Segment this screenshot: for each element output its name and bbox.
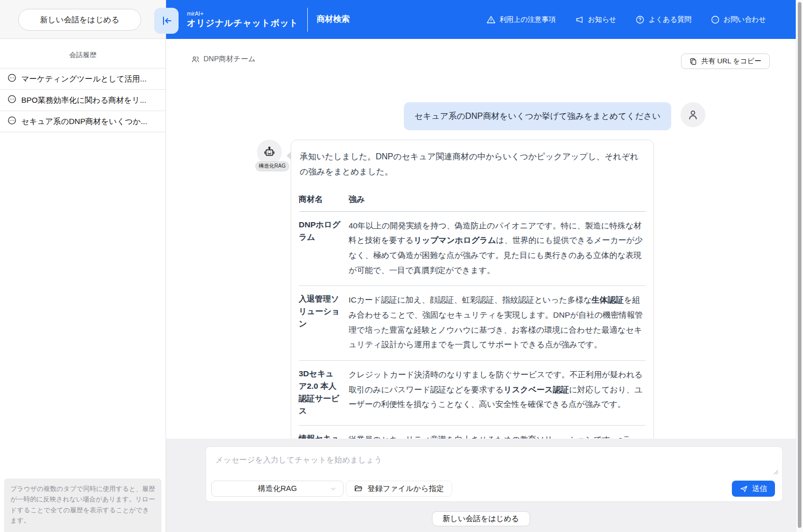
table-header-strength: 強み bbox=[349, 190, 646, 212]
team-row: DNP商材チーム bbox=[191, 54, 255, 64]
nav-item-label: お問い合わせ bbox=[724, 15, 766, 24]
history-list: マーケティングツールとして活用... BPO業務効率化に関わる商材をリ... セ… bbox=[0, 68, 166, 132]
page-scrollbar bbox=[796, 0, 803, 532]
product-strength-cell: クレジットカード決済時のなりすましを防ぐサービスです。不正利用が疑われる取引のみ… bbox=[349, 360, 646, 425]
team-icon bbox=[191, 55, 200, 64]
brand-small-label: mirAI+ bbox=[187, 10, 298, 18]
nav-item-contact[interactable]: お問い合わせ bbox=[711, 15, 766, 24]
history-item-label: セキュア系のDNP商材をいくつか... bbox=[21, 117, 147, 127]
rag-mode-select[interactable]: 構造化RAG bbox=[211, 481, 344, 497]
sidebar-footer-note: ブラウザの複数のタブで同時に使用すると、履歴が一時的に反映されない場合があります… bbox=[4, 479, 161, 532]
new-conversation-button[interactable]: 新しい会話をはじめる bbox=[18, 9, 141, 31]
sidebar-header: 新しい会話をはじめる bbox=[0, 0, 166, 39]
history-item[interactable]: セキュア系のDNP商材をいくつか... bbox=[0, 111, 166, 132]
chat-bubble-icon bbox=[711, 15, 720, 24]
rag-mode-value: 構造化RAG bbox=[258, 484, 297, 494]
user-message-bubble: セキュア系のDNP商材をいくつか挙げて強みをまとめてください bbox=[404, 102, 671, 130]
table-row: DNPホログラム40年以上の開発実績を持つ、偽造防止のパイオニアです。特に、製造… bbox=[299, 211, 646, 286]
composer-area: 構造化RAG 登録ファイルから指定 送信 bbox=[166, 439, 796, 532]
product-name-cell: DNPホログラム bbox=[299, 211, 349, 286]
message-input-container: 構造化RAG 登録ファイルから指定 送信 bbox=[206, 446, 783, 502]
brand-title: オリジナルチャットボット bbox=[187, 18, 298, 29]
nav-item-label: 利用上の注意事項 bbox=[499, 15, 555, 24]
bot-mode-badge: 構造化RAG bbox=[255, 161, 290, 171]
table-row: 3Dセキュア2.0 本人認証サービスクレジットカード決済時のなりすましを防ぐサー… bbox=[299, 360, 646, 425]
sidebar: 新しい会話をはじめる 会話履歴 マーケティングツールとして活用... BPO業務… bbox=[0, 0, 166, 532]
new-conversation-bottom-button[interactable]: 新しい会話をはじめる bbox=[432, 511, 530, 526]
product-strength-cell: 40年以上の開発実績を持つ、偽造防止のパイオニアです。特に、製造に特殊な材料と技… bbox=[349, 211, 646, 286]
user-message-row: セキュア系のDNP商材をいくつか挙げて強みをまとめてください bbox=[257, 102, 705, 130]
message-input[interactable] bbox=[206, 447, 782, 478]
team-label: DNP商材チーム bbox=[203, 54, 255, 64]
section-title: 商材検索 bbox=[317, 14, 350, 25]
brand: mirAI+ オリジナルチャットボット bbox=[187, 10, 298, 29]
app-window: 新しい会話をはじめる 会話履歴 マーケティングツールとして活用... BPO業務… bbox=[0, 0, 803, 532]
app-header: mirAI+ オリジナルチャットボット 商材検索 利用上の注意事項 お知らせ bbox=[166, 0, 796, 39]
collapse-sidebar-button[interactable] bbox=[154, 8, 179, 34]
question-circle-icon bbox=[635, 15, 645, 24]
copy-share-url-button[interactable]: 共有 URL をコピー bbox=[681, 53, 770, 69]
copy-url-label: 共有 URL をコピー bbox=[701, 57, 761, 66]
scrollbar-thumb[interactable] bbox=[798, 2, 801, 528]
nav-item-announcements[interactable]: お知らせ bbox=[575, 15, 617, 24]
product-strength-cell: ICカード認証に加え、顔認証、虹彩認証、指紋認証といった多様な生体認証を組み合わ… bbox=[349, 286, 646, 361]
bot-avatar bbox=[257, 140, 282, 165]
chat-bubble-icon bbox=[7, 116, 17, 127]
composer-controls: 構造化RAG 登録ファイルから指定 送信 bbox=[211, 481, 775, 497]
folder-icon bbox=[354, 484, 363, 493]
table-header-row: 商材名 強み bbox=[299, 190, 646, 212]
product-name-cell: 入退管理ソリューション bbox=[299, 286, 349, 361]
chevron-down-icon bbox=[330, 485, 337, 493]
nav-item-label: よくある質問 bbox=[648, 15, 691, 24]
nav-item-label: お知らせ bbox=[588, 15, 617, 24]
chat-bubble-icon bbox=[7, 73, 17, 85]
collapse-arrow-icon bbox=[160, 15, 173, 27]
history-title: 会話履歴 bbox=[0, 50, 166, 60]
select-from-files-button[interactable]: 登録ファイルから指定 bbox=[346, 481, 452, 497]
send-button[interactable]: 送信 bbox=[732, 481, 775, 497]
table-header-name: 商材名 bbox=[299, 190, 349, 212]
warning-icon bbox=[486, 15, 496, 24]
nav-item-faq[interactable]: よくある質問 bbox=[635, 15, 691, 24]
history-item-label: マーケティングツールとして活用... bbox=[21, 74, 146, 84]
nav-item-usage-notes[interactable]: 利用上の注意事項 bbox=[486, 15, 555, 24]
file-button-label: 登録ファイルから指定 bbox=[368, 484, 444, 494]
history-item-label: BPO業務効率化に関わる商材をリ... bbox=[21, 96, 146, 105]
megaphone-icon bbox=[575, 15, 584, 24]
product-name-cell: 3Dセキュア2.0 本人認証サービス bbox=[299, 360, 349, 425]
user-avatar bbox=[680, 102, 705, 127]
header-divider bbox=[307, 8, 308, 32]
bot-intro-text: 承知いたしました。DNPのセキュア関連商材の中からいくつかピックアップし、それぞ… bbox=[299, 149, 646, 180]
table-row: 入退管理ソリューションICカード認証に加え、顔認証、虹彩認証、指紋認証といった多… bbox=[299, 286, 646, 361]
input-area bbox=[206, 447, 782, 478]
bot-avatar-wrap: 構造化RAG bbox=[257, 140, 291, 171]
send-icon bbox=[740, 485, 748, 493]
robot-icon bbox=[263, 145, 276, 159]
header-nav: 利用上の注意事項 お知らせ よくある質問 お問い合わせ bbox=[486, 15, 766, 24]
send-label: 送信 bbox=[752, 484, 767, 494]
history-item[interactable]: マーケティングツールとして活用... bbox=[0, 68, 166, 89]
copy-icon bbox=[689, 58, 697, 65]
chat-bubble-icon bbox=[7, 94, 17, 106]
resize-handle[interactable] bbox=[773, 468, 779, 473]
history-item[interactable]: BPO業務効率化に関わる商材をリ... bbox=[0, 89, 166, 111]
person-icon bbox=[687, 108, 699, 121]
